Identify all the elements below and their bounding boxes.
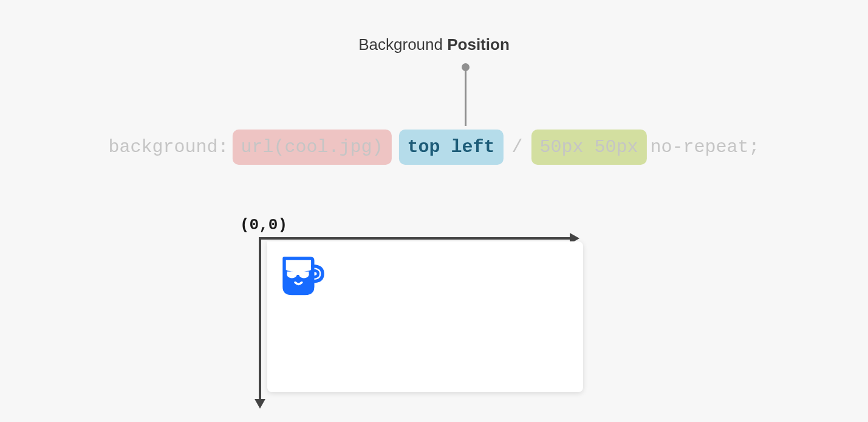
title-bold: Position <box>447 35 510 54</box>
code-repeat: no-repeat; <box>651 137 760 157</box>
svg-rect-2 <box>287 272 309 275</box>
x-axis-line <box>259 237 573 240</box>
code-slash: / <box>512 137 523 157</box>
code-url-highlight: url(cool.jpg) <box>232 130 391 165</box>
code-position-highlight: top left <box>398 130 503 165</box>
origin-coordinate-label: (0,0) <box>240 216 287 234</box>
y-axis-arrow-icon <box>255 399 265 409</box>
demo-container <box>267 241 583 392</box>
code-size-highlight: 50px 50px <box>531 130 647 165</box>
code-snippet: background: url(cool.jpg) top left / 50p… <box>108 130 759 165</box>
mug-icon <box>273 247 328 302</box>
y-axis-line <box>259 237 261 403</box>
diagram-title: Background Position <box>358 35 510 54</box>
connector-line <box>465 70 466 126</box>
code-property: background: <box>108 137 228 157</box>
title-prefix: Background <box>358 35 447 54</box>
